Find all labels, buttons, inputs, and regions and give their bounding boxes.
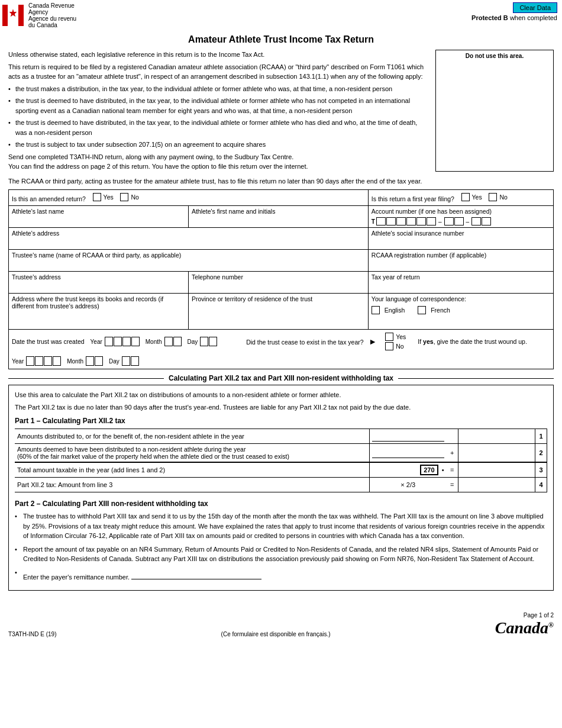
cease-yes-group: Yes — [385, 333, 406, 341]
cease-label: Did the trust cease to exist in the tax … — [246, 337, 377, 346]
bullet-4: the trust is subject to tax under subsec… — [8, 140, 429, 150]
line1-text: Amounts distributed to, or for the benef… — [15, 429, 370, 444]
line3-text: Total amount taxable in the year (add li… — [15, 462, 370, 478]
svg-rect-0 — [2, 5, 8, 26]
page-title: Amateur Athlete Trust Income Tax Return — [8, 34, 554, 45]
acct-box-10[interactable] — [482, 217, 491, 226]
windup-year-4[interactable] — [53, 356, 61, 366]
bullet-1: the trust makes a distribution, in the t… — [8, 84, 429, 94]
remittance-input[interactable] — [131, 570, 261, 579]
rcaaa-text: The RCAAA or third party, acting as trus… — [8, 176, 554, 186]
acct-box-4[interactable] — [406, 217, 416, 226]
bullet-indicator: • — [442, 466, 444, 473]
amended-yes-checkbox[interactable] — [93, 193, 101, 201]
clear-data-button[interactable]: Clear Data — [513, 2, 557, 13]
footer-right: Page 1 of 2 Canada® — [495, 612, 554, 637]
day-field-group: Day — [188, 337, 218, 346]
first-year-yes-checkbox[interactable] — [461, 193, 470, 201]
year-field-group: Year — [91, 337, 140, 346]
cease-no-checkbox[interactable] — [385, 342, 393, 350]
day-box-2[interactable] — [209, 337, 217, 346]
english-checkbox[interactable] — [372, 306, 380, 314]
cease-yes-label: Yes — [396, 333, 406, 340]
line2-result[interactable] — [458, 444, 535, 463]
month-box-1[interactable] — [164, 337, 173, 346]
amended-label: Is this an amended return? — [12, 195, 86, 202]
year-box-4[interactable] — [131, 337, 140, 346]
acct-box-8[interactable] — [454, 217, 464, 226]
tax-year-label: Tax year of return — [372, 273, 550, 281]
windup-year-1[interactable] — [26, 356, 34, 366]
bullet-2: the trust is deemed to have distributed,… — [8, 96, 429, 115]
year-box-2[interactable] — [114, 337, 122, 346]
month-field-group: Month — [146, 337, 182, 346]
first-year-no-checkbox[interactable] — [489, 193, 497, 201]
windup-year-group: Year — [12, 356, 61, 366]
footer-form-code: T3ATH-IND E (19) — [8, 631, 57, 637]
line4-text: Part XII.2 tax: Amount from line 3 — [15, 478, 370, 492]
do-not-use-box: Do not use this area. — [435, 50, 554, 172]
month-box-2[interactable] — [173, 337, 182, 346]
line4-operator: = — [447, 478, 458, 492]
day-box-1[interactable] — [200, 337, 208, 346]
amended-no-checkbox[interactable] — [120, 193, 128, 201]
year-box-1[interactable] — [105, 337, 113, 346]
amended-yes-label: Yes — [104, 194, 114, 201]
windup-month-2[interactable] — [95, 356, 103, 366]
cease-no-label: No — [396, 343, 403, 350]
athlete-last-name-label: Athlete's last name — [12, 208, 185, 215]
top-right-area: Clear Data Protected B when completed — [471, 2, 557, 21]
english-label: English — [385, 307, 405, 314]
windup-month-1[interactable] — [86, 356, 94, 366]
line4-multiplier: × 2/3 — [370, 478, 447, 492]
canada-logo: Canada® — [495, 619, 554, 637]
first-year-no-group: No — [489, 193, 507, 201]
part2-bullet-3: Enter the payer's remittance number. — [15, 568, 547, 582]
telephone-label: Telephone number — [192, 273, 365, 281]
bullet-3: the trust is deemed to have distributed,… — [8, 118, 429, 137]
athlete-first-name-label: Athlete's first name and initials — [192, 208, 365, 215]
acct-box-6[interactable] — [427, 217, 436, 226]
windup-month-group: Month — [67, 356, 103, 366]
amended-no-group: No — [120, 193, 138, 201]
part2-bullet-2: Report the amount of tax payable on an N… — [15, 545, 547, 564]
footer-page: Page 1 of 2 — [495, 612, 554, 619]
line2-operator: + — [447, 444, 458, 463]
line2-text: Amounts deemed to have been distributed … — [15, 444, 370, 463]
section-box: Use this area to calculate the Part XII.… — [8, 385, 554, 591]
windup-year-2[interactable] — [35, 356, 43, 366]
if-yes-windup-label: If yes, give the date the trust wound up… — [418, 338, 527, 345]
line1-result[interactable] — [458, 429, 535, 444]
acct-box-1[interactable] — [376, 217, 386, 226]
windup-day-1[interactable] — [122, 356, 130, 366]
part2-bullet-list: The trustee has to withhold Part XIII ta… — [15, 511, 547, 582]
line3-operator: = — [447, 462, 458, 478]
protected-b-label: Protected B when completed — [471, 14, 557, 21]
cease-yes-checkbox[interactable] — [385, 333, 393, 341]
line3-result[interactable] — [458, 462, 535, 478]
province-label: Province or territory of residence of th… — [192, 295, 365, 302]
acct-box-9[interactable] — [471, 217, 481, 226]
calc-section-header: Calculating Part XII.2 tax and Part XIII… — [8, 374, 554, 382]
windup-year-3[interactable] — [44, 356, 52, 366]
line1-operator — [447, 429, 458, 444]
french-checkbox[interactable] — [418, 306, 426, 314]
acct-box-5[interactable] — [416, 217, 426, 226]
acct-box-7[interactable] — [444, 217, 454, 226]
svg-rect-2 — [18, 5, 24, 26]
first-year-no-label: No — [499, 194, 507, 201]
line1-amount[interactable] — [370, 429, 447, 444]
line2-amount[interactable] — [370, 444, 447, 463]
section-intro-2: The Part XII.2 tax is due no later than … — [15, 402, 547, 413]
year-box-3[interactable] — [122, 337, 131, 346]
rcaaa-registration-label: RCAAA registration number (if applicable… — [372, 252, 550, 259]
windup-day-2[interactable] — [131, 356, 139, 366]
line1-num: 1 — [535, 429, 547, 444]
logo-area: Canada Revenue Agency Agence du revenu d… — [2, 2, 76, 28]
part1-title: Part 1 – Calculating Part XII.2 tax — [15, 417, 547, 425]
acct-box-2[interactable] — [386, 217, 396, 226]
line4-result[interactable] — [458, 478, 535, 492]
acct-box-3[interactable] — [396, 217, 406, 226]
line2-num: 2 — [535, 444, 547, 463]
part2-title: Part 2 – Calculating Part XIII non-resid… — [15, 500, 547, 508]
